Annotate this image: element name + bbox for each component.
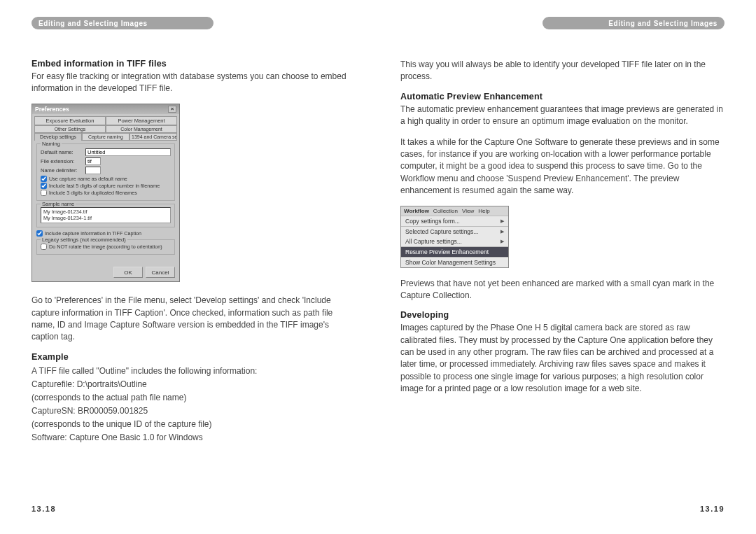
legacy-label: Legacy settings (not recommended)	[41, 237, 127, 243]
cancel-button[interactable]: Cancel	[146, 267, 175, 278]
workflow-menu: Workflow Collection View Help Copy setti…	[400, 206, 509, 268]
right-p0: This way you will always be able to iden…	[400, 59, 724, 83]
example-block: A TIFF file called "Outline" includes th…	[31, 365, 356, 444]
prefs-tabs-row3: Develop settings Capture naming 1394 and…	[32, 133, 179, 141]
chk-include-3digits[interactable]	[41, 190, 47, 196]
menu-collection[interactable]: Collection	[433, 208, 458, 214]
file-ext-label: File extension:	[41, 158, 83, 164]
menu-help[interactable]: Help	[478, 208, 489, 214]
prefs-tabs-row2: Other Settings Color Management	[32, 125, 179, 133]
menu-resume-preview-label: Resume Preview Enhancement	[405, 248, 489, 255]
chevron-right-icon: ▶	[500, 229, 504, 234]
ex-l5: (corresponds to the unique ID of the cap…	[31, 418, 356, 430]
ex-l6: Software: Capture One Basic 1.0 for Wind…	[31, 431, 356, 444]
chk-use-capture-name[interactable]	[41, 176, 47, 182]
embed-p2: Go to 'Preferences' in the File menu, se…	[31, 295, 356, 344]
page-left: Editing and Selecting Images Embed infor…	[0, 0, 378, 534]
chk-no-rotate[interactable]	[41, 244, 47, 250]
chk2-label: Include last 5 digits of capture number …	[49, 183, 160, 189]
prefs-tabs-row1: Exposure Evaluation Power Management	[32, 114, 179, 125]
menu-selected-capture-label: Selected Capture settings...	[405, 228, 478, 235]
tab-exposure-evaluation[interactable]: Exposure Evaluation	[34, 116, 106, 125]
ok-button[interactable]: OK	[113, 267, 143, 278]
close-icon[interactable]: ×	[168, 106, 176, 113]
menu-workflow[interactable]: Workflow	[404, 208, 429, 214]
menu-copy-settings[interactable]: Copy settings form... ▶	[401, 216, 508, 226]
naming-label: Naming	[41, 141, 62, 147]
chk-include-tiff-caption[interactable]	[36, 230, 43, 237]
auto-p2: It takes a while for the Capture One Sof…	[400, 136, 724, 197]
default-name-label: Default name:	[41, 149, 83, 155]
default-name-input[interactable]	[85, 148, 171, 156]
dev-p1: Images captured by the Phase One H 5 dig…	[400, 322, 724, 395]
chk1-label: Use capture name as default name	[49, 176, 127, 182]
ex-l4: CaptureSN: BR000059.001825	[31, 405, 356, 417]
page-number-right: 13.19	[700, 505, 724, 513]
auto-p3: Previews that have not yet been enhanced…	[400, 278, 724, 302]
menu-bar: Workflow Collection View Help	[401, 206, 508, 216]
header-right: Editing and Selecting Images	[542, 17, 724, 29]
tab-other-settings[interactable]: Other Settings	[34, 125, 106, 133]
chevron-right-icon: ▶	[500, 218, 504, 224]
embed-p1: For easy file tracking or integration wi…	[31, 71, 356, 95]
tab-color-management[interactable]: Color Management	[106, 125, 177, 133]
chk5-label: Do NOT rotate the image (according to or…	[49, 244, 162, 250]
chk-include-5digits[interactable]	[41, 183, 47, 189]
sample-fieldset: Sample name My Image-01234.tif My Image-…	[36, 204, 175, 228]
tab-capture-naming[interactable]: Capture naming	[82, 133, 130, 141]
tab-develop-settings[interactable]: Develop settings	[34, 133, 82, 141]
menu-resume-preview-enhancement[interactable]: Resume Preview Enhancement	[401, 246, 508, 257]
preferences-dialog: Preferences × Exposure Evaluation Power …	[31, 104, 180, 283]
auto-p1: The automatic preview enhancement guaran…	[400, 104, 724, 128]
chevron-right-icon: ▶	[500, 239, 504, 244]
page-number-left: 13.18	[31, 505, 56, 513]
chk4-label: Include capture information in TIFF Capt…	[45, 230, 141, 237]
tab-power-management[interactable]: Power Management	[106, 116, 177, 125]
tab-1394-camera[interactable]: 1394 and Camera settings	[130, 133, 177, 141]
prefs-titlebar: Preferences ×	[32, 104, 179, 114]
file-ext-input[interactable]	[85, 157, 101, 165]
prefs-title-text: Preferences	[35, 106, 69, 113]
ex-l3: (corresponds to the actual path file nam…	[31, 391, 356, 404]
embed-title: Embed information in TIFF files	[31, 59, 356, 69]
menu-selected-capture[interactable]: Selected Capture settings... ▶	[401, 226, 508, 237]
sample-label: Sample name	[41, 201, 76, 207]
example-title: Example	[31, 352, 356, 362]
menu-copy-settings-label: Copy settings form...	[405, 218, 460, 225]
header-left: Editing and Selecting Images	[31, 17, 214, 29]
menu-all-capture[interactable]: All Capture settings... ▶	[401, 237, 508, 246]
auto-title: Automatic Preview Enhancement	[400, 92, 724, 101]
name-delim-input[interactable]	[85, 167, 101, 174]
sample-box: My Image-01234.tif My Image-01234-1.tif	[41, 207, 171, 224]
menu-view[interactable]: View	[462, 208, 474, 214]
dev-title: Developing	[400, 310, 724, 320]
ex-l1: A TIFF file called "Outline" includes th…	[31, 365, 356, 377]
sample2: My Image-01234-1.tif	[43, 216, 168, 222]
naming-fieldset: Naming Default name: File extension: Nam…	[36, 143, 175, 201]
chk3-label: Include 3 digits for duplicated filename…	[49, 190, 137, 196]
ex-l2: Capturefile: D:\portraits\Outline	[31, 378, 356, 391]
menu-show-color-mgmt-label: Show Color Management Settings	[405, 259, 496, 266]
page-right: Editing and Selecting Images This way yo…	[378, 0, 756, 534]
menu-show-color-mgmt[interactable]: Show Color Management Settings	[401, 257, 508, 267]
menu-all-capture-label: All Capture settings...	[405, 238, 462, 245]
name-delim-label: Name delimiter:	[41, 167, 83, 174]
legacy-fieldset: Legacy settings (not recommended) Do NOT…	[36, 239, 175, 255]
